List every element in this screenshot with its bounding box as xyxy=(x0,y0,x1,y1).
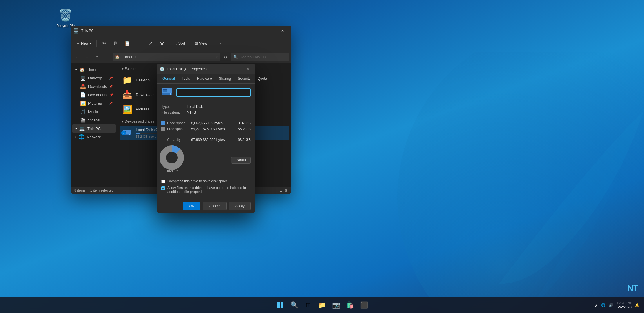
ok-button[interactable]: OK xyxy=(183,202,200,210)
pin-icon-4: 📌 xyxy=(109,102,113,105)
paste-button[interactable]: 📋 xyxy=(122,38,133,49)
pictures-icon: 🖼️ xyxy=(80,101,86,106)
capacity-label: Capacity: xyxy=(167,138,189,142)
sidebar-item-home[interactable]: ▾ 🏠 Home xyxy=(72,65,116,74)
tab-security[interactable]: Security xyxy=(234,74,254,83)
compress-checkbox-row[interactable]: Compress this drive to save disk space xyxy=(161,178,251,185)
tab-hardware-label: Hardware xyxy=(197,77,212,81)
pie-right: Details xyxy=(231,157,251,164)
tab-tools[interactable]: Tools xyxy=(178,74,193,83)
disk-pie-chart xyxy=(161,147,182,168)
task-view-button[interactable]: ⊞ xyxy=(302,299,314,311)
address-path-text: This PC xyxy=(123,55,136,59)
details-button[interactable]: Details xyxy=(231,157,251,164)
index-checkbox-row[interactable]: Allow files on this drive to have conten… xyxy=(161,185,251,195)
close-button[interactable]: ✕ xyxy=(276,26,289,36)
list-view-icon[interactable]: ☰ xyxy=(279,188,283,192)
new-chevron-icon: ▾ xyxy=(90,42,91,45)
cut-button[interactable]: ✂ xyxy=(99,38,109,49)
meet-button[interactable]: 📷 xyxy=(330,299,342,311)
share-button[interactable]: ↗ xyxy=(145,38,156,49)
devices-section-label: Devices and drives xyxy=(125,119,154,123)
explorer-toolbar: ＋ New ▾ ✂ ⎘ 📋 Ⅰ ↗ 🗑 ↕ Sort ▾ ⊞ View ▾ ··… xyxy=(71,36,291,51)
tab-general[interactable]: General xyxy=(159,74,178,83)
taskbar: 🔍 ⊞ 📁 📷 🛍️ ⬛ ∧ 🌐 🔊 12:26 PM 2/2/2023 🔔 xyxy=(0,297,644,313)
delete-button[interactable]: 🗑 xyxy=(157,38,167,49)
sidebar-item-music[interactable]: 🎵 Music xyxy=(72,108,116,116)
volume-icon[interactable]: 🔊 xyxy=(609,303,613,307)
tab-sharing[interactable]: Sharing xyxy=(216,74,234,83)
tab-security-label: Security xyxy=(238,77,250,81)
sidebar-network-label: Network xyxy=(87,135,101,139)
toolbar-sep-2 xyxy=(170,40,170,47)
compress-checkbox[interactable] xyxy=(161,180,165,183)
sidebar-item-desktop[interactable]: 🖥️ Desktop 📌 xyxy=(72,74,116,82)
more-button[interactable]: ··· xyxy=(214,38,224,49)
apply-button[interactable]: Apply xyxy=(229,202,251,210)
svg-rect-16 xyxy=(277,305,280,308)
index-checkbox[interactable] xyxy=(161,186,165,190)
sidebar-item-this-pc[interactable]: ▾ 💻 This PC xyxy=(72,124,116,133)
search-icon: 🔍 xyxy=(233,55,238,59)
new-button[interactable]: ＋ New ▾ xyxy=(73,39,94,48)
start-button[interactable] xyxy=(274,299,286,311)
capacity-bytes: 67,939,332,096 bytes xyxy=(191,138,232,142)
drive-name-input[interactable] xyxy=(176,88,251,97)
search-placeholder: Search This PC xyxy=(240,55,266,59)
forward-button[interactable]: → xyxy=(83,53,92,61)
svg-point-10 xyxy=(170,93,171,95)
sort-button[interactable]: ↕ Sort ▾ xyxy=(172,39,191,47)
sidebar-this-pc-label: This PC xyxy=(87,126,101,131)
dialog-content: Type: Local Disk File system: NTFS Used … xyxy=(157,84,255,199)
sidebar-item-network[interactable]: › 🌐 Network xyxy=(72,133,116,141)
search-box[interactable]: 🔍 Search This PC xyxy=(231,53,289,61)
pin-icon: 📌 xyxy=(109,77,113,80)
type-value: Local Disk xyxy=(187,105,203,109)
taskbar-clock[interactable]: 12:26 PM 2/2/2023 xyxy=(617,301,632,309)
store-button[interactable]: 🛍️ xyxy=(344,299,356,311)
tab-general-label: General xyxy=(162,77,175,81)
svg-point-5 xyxy=(129,134,130,135)
fs-value: NTFS xyxy=(187,110,196,114)
sidebar-item-videos[interactable]: 🎬 Videos xyxy=(72,116,116,124)
statusbar-view-controls: ☰ ⊞ xyxy=(279,188,288,192)
tab-quota[interactable]: Quota xyxy=(254,74,270,83)
pie-area: Drive C: Details xyxy=(161,145,251,176)
copy-button[interactable]: ⎘ xyxy=(111,38,121,49)
window-controls: ─ □ ✕ xyxy=(251,26,289,36)
videos-icon: 🎬 xyxy=(80,117,86,123)
dialog-close-button[interactable]: ✕ xyxy=(243,64,252,74)
refresh-button[interactable]: ↻ xyxy=(221,53,230,61)
sidebar-item-downloads[interactable]: 📥 Downloads 📌 xyxy=(72,82,116,91)
store2-button[interactable]: ⬛ xyxy=(358,299,370,311)
used-space-gb: 8.07 GB xyxy=(235,121,251,125)
tab-hardware[interactable]: Hardware xyxy=(193,74,216,83)
address-path[interactable]: 🏠 › This PC ▾ xyxy=(113,53,220,61)
grid-view-icon[interactable]: ⊞ xyxy=(285,188,288,192)
desktop-swirl xyxy=(383,52,644,313)
recent-button[interactable]: ▾ xyxy=(93,53,102,61)
sidebar-item-pictures[interactable]: 🖼️ Pictures 📌 xyxy=(72,99,116,108)
sidebar-music-label: Music xyxy=(88,110,98,114)
up-button[interactable]: ↑ xyxy=(103,53,111,61)
search-taskbar-button[interactable]: 🔍 xyxy=(288,299,300,311)
explorer-taskbar-button[interactable]: 📁 xyxy=(316,299,328,311)
view-icon: ⊞ xyxy=(195,41,198,46)
network-status-icon[interactable]: 🌐 xyxy=(601,303,605,307)
notification-icon[interactable]: 🔔 xyxy=(635,303,639,307)
maximize-button[interactable]: □ xyxy=(263,26,276,36)
free-space-row: Free space: 59,271,675,904 bytes 55.2 GB xyxy=(161,126,251,132)
sidebar-home-label: Home xyxy=(87,68,97,72)
capacity-row: Capacity: 67,939,332,096 bytes 63.2 GB xyxy=(161,137,251,143)
sidebar-item-documents[interactable]: 📄 Documents 📌 xyxy=(72,91,116,99)
taskbar-right: ∧ 🌐 🔊 12:26 PM 2/2/2023 🔔 xyxy=(595,301,639,309)
cancel-button[interactable]: Cancel xyxy=(203,202,227,210)
tab-sharing-label: Sharing xyxy=(219,77,231,81)
back-button[interactable]: ← xyxy=(73,53,82,61)
minimize-button[interactable]: ─ xyxy=(251,26,263,36)
rename-button[interactable]: Ⅰ xyxy=(134,38,144,49)
explorer-title: This PC xyxy=(81,29,251,33)
chevron-up-icon[interactable]: ∧ xyxy=(595,303,598,307)
view-button[interactable]: ⊞ View ▾ xyxy=(192,39,213,47)
separator-2 xyxy=(161,118,251,118)
